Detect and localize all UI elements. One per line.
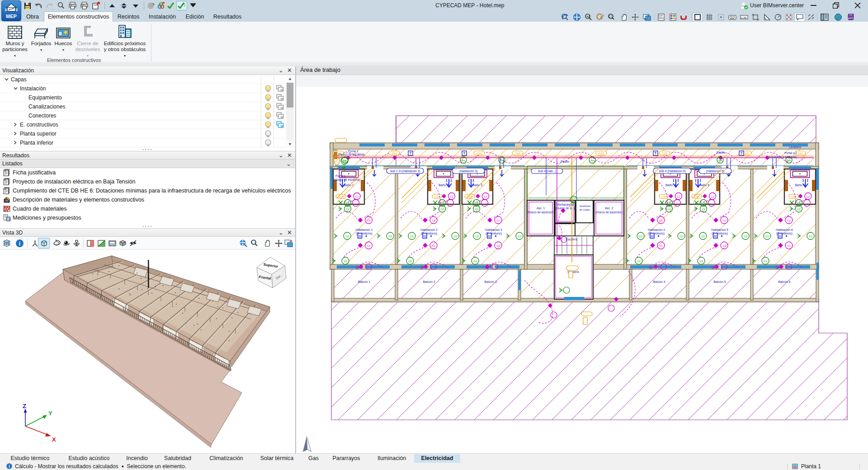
svg-text:C1: C1	[496, 219, 500, 222]
svg-text:C1: C1	[496, 244, 500, 247]
svg-text:C1: C1	[450, 195, 453, 198]
svg-text:C1: C1	[787, 219, 791, 222]
svg-text:Montacargas: Montacargas	[557, 203, 574, 207]
svg-text:C5: C5	[667, 202, 671, 205]
svg-text:(Hueco de ascensor): (Hueco de ascensor)	[527, 211, 554, 214]
svg-text:C1: C1	[367, 219, 371, 222]
svg-text:C1: C1	[722, 244, 726, 247]
svg-text:Balcón 5: Balcón 5	[713, 280, 726, 283]
svg-text:C14: C14	[392, 152, 397, 155]
svg-text:C1: C1	[659, 219, 663, 222]
svg-text:C2: C2	[518, 235, 521, 238]
svg-text:(Lavadero y limpieza): (Lavadero y limpieza)	[769, 155, 797, 159]
svg-text:C14: C14	[662, 152, 667, 155]
svg-text:C2: C2	[809, 235, 812, 238]
svg-text:C5: C5	[797, 202, 801, 205]
svg-text:·: ·	[609, 216, 609, 219]
svg-text:C1: C1	[659, 244, 663, 247]
svg-text:C14: C14	[515, 152, 520, 155]
svg-text:C14: C14	[743, 152, 749, 155]
svg-text:DWG: DWG	[659, 17, 664, 19]
svg-text:C2: C2	[637, 260, 641, 263]
svg-text:Sm: Sm	[590, 159, 594, 162]
svg-text:Habitación 2: Habitación 2	[420, 228, 438, 231]
svg-text:C2: C2	[797, 208, 801, 211]
svg-text:Sm: Sm	[462, 159, 466, 162]
svg-text:M: M	[714, 235, 717, 238]
svg-text:M: M	[488, 235, 491, 238]
svg-text:C1: C1	[722, 219, 726, 222]
svg-text:Habitación 5: Habitación 5	[711, 228, 728, 231]
svg-text:C2: C2	[346, 208, 349, 211]
svg-text:Escalera: Escalera	[566, 238, 577, 241]
svg-text:C1: C1	[432, 244, 435, 247]
svg-text:·: ·	[799, 189, 800, 192]
svg-text:C14: C14	[476, 152, 482, 155]
svg-text:C2: C2	[343, 160, 346, 163]
svg-text:C2: C2	[345, 235, 349, 238]
svg-text:Habitación 1: Habitación 1	[356, 228, 373, 231]
svg-text:C5: C5	[346, 202, 349, 205]
svg-text:·: ·	[719, 285, 720, 288]
svg-text:Balcón 1: Balcón 1	[358, 280, 370, 283]
svg-text:M: M	[651, 235, 654, 238]
svg-text:?: ?	[184, 2, 185, 7]
svg-text:·: ·	[540, 216, 541, 219]
svg-text:C2: C2	[701, 235, 705, 238]
svg-text:Pasillo: Pasillo	[561, 160, 570, 163]
svg-text:Pasillo: Pasillo	[717, 151, 726, 154]
svg-text:C2: C2	[679, 235, 683, 238]
svg-text:·: ·	[659, 285, 660, 288]
svg-text:C2: C2	[440, 208, 444, 211]
svg-text:C2: C2	[475, 208, 478, 211]
svg-text:Balcón 4: Balcón 4	[653, 280, 665, 283]
svg-text:C14: C14	[434, 195, 440, 198]
svg-text:C2: C2	[453, 235, 457, 238]
svg-text:C1: C1	[432, 219, 435, 222]
svg-text:C2: C2	[473, 260, 477, 263]
svg-text:C14: C14	[797, 152, 803, 155]
svg-text:Portal o 2: Portal o 2	[784, 151, 797, 155]
svg-text:MEP: MEP	[6, 14, 17, 19]
svg-text:C1: C1	[807, 195, 810, 198]
svg-text:Habitación 4: Habitación 4	[648, 228, 665, 231]
svg-text:Z: Z	[23, 403, 26, 409]
svg-text:Balcón 3: Balcón 3	[484, 280, 496, 283]
svg-text:(Habitación 5): (Habitación 5)	[706, 169, 724, 173]
svg-text:1.00: 1.00	[741, 16, 747, 19]
svg-text:·: ·	[670, 189, 671, 192]
svg-text:×2: ×2	[587, 15, 590, 18]
svg-text:C2: C2	[408, 260, 412, 263]
svg-text:C5: C5	[440, 202, 444, 205]
svg-text:C5: C5	[702, 202, 705, 205]
svg-text:M: M	[359, 235, 361, 238]
svg-text:Portal 1: Portal 1	[348, 150, 359, 153]
svg-text:C2: C2	[667, 208, 671, 211]
svg-text:Balcón 6: Balcón 6	[778, 280, 790, 283]
svg-text:i: i	[9, 464, 10, 469]
svg-text:C2: C2	[744, 235, 747, 238]
svg-text:C1: C1	[355, 195, 359, 198]
svg-text:(Habitación 3): (Habitación 3)	[459, 169, 477, 173]
svg-text:X: X	[52, 436, 56, 443]
svg-text:C14: C14	[599, 152, 604, 155]
svg-text:Y: Y	[48, 410, 52, 417]
svg-text:C2: C2	[475, 235, 479, 238]
svg-text:C1: C1	[367, 244, 371, 247]
svg-text:C1: C1	[787, 244, 791, 247]
svg-text:Portal 1: Portal 1	[335, 174, 346, 178]
svg-text:C14: C14	[661, 195, 667, 198]
svg-text:M: M	[424, 235, 426, 238]
svg-text:Sub 2 3=(Habitación 3): Sub 2 3=(Habitación 3)	[390, 169, 420, 173]
svg-text:Asc. 1: Asc. 1	[537, 207, 545, 210]
svg-text:C2: C2	[388, 235, 392, 238]
svg-text:C1: C1	[677, 195, 680, 198]
svg-text:C2: C2	[699, 260, 703, 263]
svg-text:(Hueco de escalera): (Hueco de escalera)	[338, 153, 365, 156]
svg-text:C2: C2	[765, 235, 769, 238]
svg-text:·: ·	[490, 285, 491, 288]
svg-text:Lavadero: Lavadero	[789, 146, 801, 149]
svg-text:Habitación 6: Habitación 6	[776, 228, 793, 231]
svg-text:C14: C14	[791, 195, 797, 198]
svg-text:·: ·	[363, 285, 364, 288]
